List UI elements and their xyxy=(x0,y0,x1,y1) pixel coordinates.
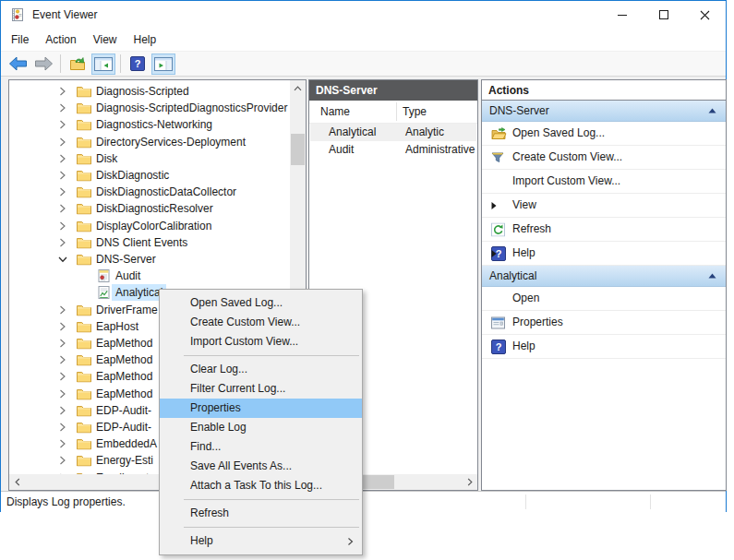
column-header-name[interactable]: Name xyxy=(320,101,350,123)
tree-item-diagnosis-scripteddiagnosticsprovider[interactable]: Diagnosis-ScriptedDiagnosticsProvider xyxy=(9,100,290,116)
show-hide-console-tree-button[interactable] xyxy=(91,54,115,75)
tree-item-diskdiagnostic[interactable]: DiskDiagnostic xyxy=(9,167,290,184)
chevron-right-icon[interactable] xyxy=(58,238,66,247)
tree-item-displaycolorcalibration[interactable]: DisplayColorCalibration xyxy=(9,218,290,234)
column-divider[interactable] xyxy=(396,102,397,121)
title-bar[interactable]: Event Viewer xyxy=(1,1,726,29)
help-button[interactable]: ? xyxy=(126,54,150,75)
log-row-analytical[interactable]: AnalyticalAnalytic xyxy=(310,124,476,141)
menu-file[interactable]: File xyxy=(3,29,37,51)
chevron-right-icon[interactable] xyxy=(58,137,66,147)
context-menu-create-custom-view[interactable]: Create Custom View... xyxy=(160,313,362,332)
scroll-right-button[interactable] xyxy=(462,474,477,490)
tree-item-label: DiskDiagnosticDataCollector xyxy=(92,184,240,200)
context-menu-refresh[interactable]: Refresh xyxy=(160,504,362,523)
export-icon xyxy=(69,56,86,71)
menu-view[interactable]: View xyxy=(85,29,126,51)
log-row-audit[interactable]: AuditAdministrative xyxy=(310,141,476,159)
action-properties[interactable]: Properties xyxy=(482,311,726,335)
chevron-right-icon[interactable] xyxy=(58,389,66,399)
folder-icon xyxy=(77,170,91,182)
chevron-down-icon[interactable] xyxy=(58,255,67,264)
status-bar-divider xyxy=(650,494,651,509)
tree-item-label: DiskDiagnosticResolver xyxy=(92,200,217,217)
context-menu-filter-current-log[interactable]: Filter Current Log... xyxy=(160,379,362,399)
forward-button[interactable] xyxy=(31,54,55,75)
chevron-right-icon[interactable] xyxy=(58,322,66,331)
tree-item-label: Audit xyxy=(112,268,144,284)
tree-item-disk[interactable]: Disk xyxy=(9,150,290,167)
window-controls xyxy=(601,1,726,29)
tree-item-dns-client-events[interactable]: DNS Client Events xyxy=(9,234,290,251)
menu-help[interactable]: Help xyxy=(126,29,165,51)
context-menu-help[interactable]: Help xyxy=(160,531,362,551)
context-menu-find[interactable]: Find... xyxy=(160,437,362,457)
chevron-right-icon[interactable] xyxy=(58,372,66,381)
chevron-right-icon[interactable] xyxy=(58,339,66,348)
back-icon xyxy=(8,56,28,71)
export-button[interactable] xyxy=(66,54,90,75)
action-open[interactable]: Open xyxy=(482,287,726,311)
svg-text:?: ? xyxy=(135,58,141,69)
chevron-right-icon[interactable] xyxy=(58,221,66,231)
chevron-right-icon[interactable] xyxy=(58,305,66,315)
chevron-right-icon[interactable] xyxy=(58,406,66,415)
tree-item-label: EapMethod xyxy=(92,351,156,368)
action-view[interactable]: View xyxy=(482,194,726,218)
tree-item-dns-server[interactable]: DNS-Server xyxy=(9,251,290,268)
action-create-custom-view[interactable]: Create Custom View... xyxy=(482,146,726,170)
action-open-saved-log[interactable]: Open Saved Log... xyxy=(482,122,726,146)
tree-item-diskdiagnosticresolver[interactable]: DiskDiagnosticResolver xyxy=(9,200,290,217)
console-tree-icon xyxy=(94,57,113,71)
chevron-right-icon[interactable] xyxy=(58,423,66,432)
chevron-right-icon[interactable] xyxy=(58,120,66,129)
tree-item-diskdiagnosticdatacollector[interactable]: DiskDiagnosticDataCollector xyxy=(9,184,290,200)
chevron-right-icon[interactable] xyxy=(58,171,66,180)
context-menu-save-all-events-as[interactable]: Save All Events As... xyxy=(160,457,362,476)
context-menu-enable-log[interactable]: Enable Log xyxy=(160,418,362,437)
tree-item-audit[interactable]: Audit xyxy=(9,268,290,284)
actions-section-analytical[interactable]: Analytical xyxy=(482,266,726,287)
context-menu-import-custom-view[interactable]: Import Custom View... xyxy=(160,332,362,351)
context-menu-item-label: Enable Log xyxy=(190,421,247,434)
menu-action[interactable]: Action xyxy=(37,29,84,51)
action-label: Open Saved Log... xyxy=(512,122,605,145)
chevron-right-icon[interactable] xyxy=(58,87,66,96)
scroll-left-button[interactable] xyxy=(9,474,25,490)
action-refresh[interactable]: Refresh xyxy=(482,218,726,242)
context-menu-clear-log[interactable]: Clear Log... xyxy=(160,360,362,379)
action-help[interactable]: ?Help xyxy=(482,335,726,359)
list-pane-header: DNS-Server xyxy=(309,80,477,101)
chevron-right-icon[interactable] xyxy=(58,355,66,364)
column-header-type[interactable]: Type xyxy=(403,101,427,123)
back-button[interactable] xyxy=(6,54,30,75)
action-import-custom-view[interactable]: Import Custom View... xyxy=(482,170,726,194)
show-hide-action-pane-button[interactable] xyxy=(151,54,175,75)
tree-item-label: EapMethod xyxy=(92,335,156,351)
context-menu-attach-a-task-to-this-log[interactable]: Attach a Task To this Log... xyxy=(160,476,362,495)
maximize-button[interactable] xyxy=(643,1,684,29)
actions-section-dns-server[interactable]: DNS-Server xyxy=(482,101,726,122)
action-help[interactable]: ?Help xyxy=(482,242,726,266)
collapse-arrow-icon[interactable] xyxy=(708,273,716,279)
tree-item-diagnostics-networking[interactable]: Diagnostics-Networking xyxy=(9,116,290,133)
chevron-right-icon[interactable] xyxy=(58,154,66,163)
vertical-scrollbar-thumb[interactable] xyxy=(291,134,305,165)
tree-item-diagnosis-scripted[interactable]: Diagnosis-Scripted xyxy=(9,83,290,100)
chevron-right-icon[interactable] xyxy=(58,204,66,213)
folder-icon xyxy=(77,119,91,131)
scroll-up-button[interactable] xyxy=(290,80,306,96)
minimize-button[interactable] xyxy=(601,1,643,29)
context-menu-properties[interactable]: Properties xyxy=(160,399,362,418)
context-menu-open-saved-log[interactable]: Open Saved Log... xyxy=(160,293,362,313)
collapse-arrow-icon[interactable] xyxy=(708,108,716,113)
chevron-right-icon[interactable] xyxy=(58,103,66,113)
chevron-right-icon[interactable] xyxy=(58,439,66,448)
tree-item-directoryservices-deployment[interactable]: DirectoryServices-Deployment xyxy=(9,134,290,150)
audit-log-icon xyxy=(98,269,110,283)
chevron-right-icon[interactable] xyxy=(58,456,66,465)
folder-icon xyxy=(77,220,91,232)
close-button[interactable] xyxy=(684,1,726,29)
action-label: Properties xyxy=(512,311,563,334)
chevron-right-icon[interactable] xyxy=(58,187,66,197)
